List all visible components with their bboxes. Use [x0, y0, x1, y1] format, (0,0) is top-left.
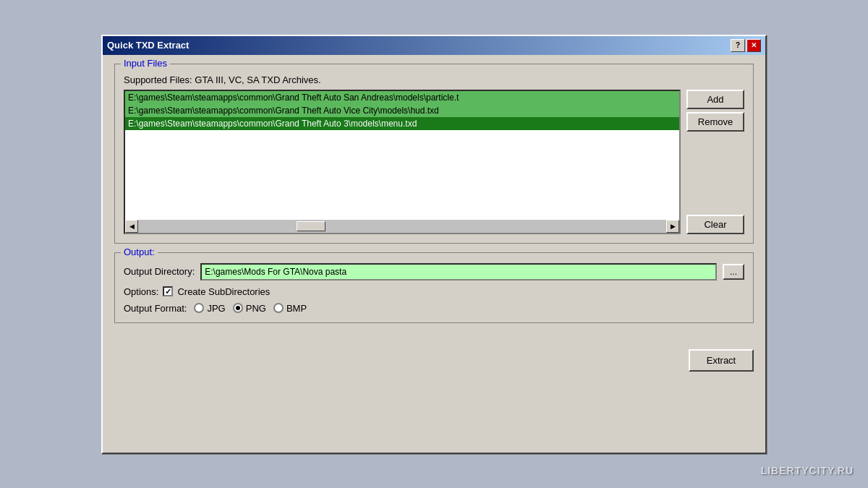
file-list-container: E:\games\Steam\steamapps\common\Grand Th… [124, 90, 681, 234]
top-buttons: Add Remove [686, 90, 744, 132]
scroll-track[interactable] [138, 220, 666, 233]
close-button[interactable]: ✕ [746, 39, 761, 52]
file-item-2[interactable]: E:\games\Steam\steamapps\common\Grand Th… [125, 117, 679, 130]
file-buttons: Add Remove Clear [686, 90, 744, 234]
horizontal-scrollbar[interactable]: ◀ ▶ [125, 220, 679, 233]
scroll-left-button[interactable]: ◀ [125, 220, 138, 233]
output-directory-input[interactable] [200, 263, 717, 281]
input-section: E:\games\Steam\steamapps\common\Grand Th… [124, 90, 744, 234]
supported-files-text: Supported Files: GTA III, VC, SA TXD Arc… [124, 74, 744, 85]
format-png-wrap: PNG [233, 303, 266, 314]
input-files-group: Input Files Supported Files: GTA III, VC… [114, 64, 754, 244]
help-button[interactable]: ? [731, 39, 745, 52]
window-title: Quick TXD Extract [107, 40, 189, 51]
file-item-0[interactable]: E:\games\Steam\steamapps\common\Grand Th… [125, 91, 679, 104]
options-row: Options: Create SubDirectories [124, 286, 744, 297]
file-item-1[interactable]: E:\games\Steam\steamapps\common\Grand Th… [125, 104, 679, 117]
create-subdirs-label: Create SubDirectories [177, 286, 270, 297]
format-bmp-radio[interactable] [273, 303, 284, 313]
watermark: LIBERTYCITY.RU [761, 465, 854, 476]
browse-button[interactable]: ... [723, 264, 744, 280]
title-bar-buttons: ? ✕ [731, 39, 761, 52]
format-jpg-radio[interactable] [194, 303, 204, 313]
title-bar: Quick TXD Extract ? ✕ [103, 36, 765, 55]
format-bmp-wrap: BMP [273, 303, 307, 314]
clear-button-wrap: Clear [686, 215, 744, 234]
format-png-label: PNG [246, 303, 266, 314]
output-label: Output: [121, 247, 158, 257]
output-group: Output: Output Directory: ... Options: C… [114, 252, 754, 323]
main-window: Quick TXD Extract ? ✕ Input Files Suppor… [101, 35, 767, 454]
output-dir-row: Output Directory: ... [124, 263, 744, 281]
create-subdirs-checkbox[interactable] [163, 286, 173, 296]
output-directory-label: Output Directory: [124, 266, 195, 277]
format-jpg-label: JPG [207, 303, 225, 314]
bottom-bar: Extract [103, 343, 765, 380]
options-label: Options: [124, 286, 158, 297]
input-files-label: Input Files [121, 58, 170, 69]
add-button[interactable]: Add [686, 90, 744, 109]
format-png-radio[interactable] [233, 303, 243, 313]
scroll-right-button[interactable]: ▶ [666, 220, 679, 233]
clear-button[interactable]: Clear [686, 215, 744, 234]
format-label: Output Format: [124, 303, 187, 314]
file-list[interactable]: E:\games\Steam\steamapps\common\Grand Th… [125, 91, 679, 220]
extract-button[interactable]: Extract [689, 349, 754, 372]
format-jpg-wrap: JPG [194, 303, 225, 314]
format-row: Output Format: JPG PNG BMP [124, 303, 744, 314]
remove-button[interactable]: Remove [686, 112, 744, 132]
scroll-thumb[interactable] [297, 221, 326, 231]
format-bmp-label: BMP [286, 303, 307, 314]
